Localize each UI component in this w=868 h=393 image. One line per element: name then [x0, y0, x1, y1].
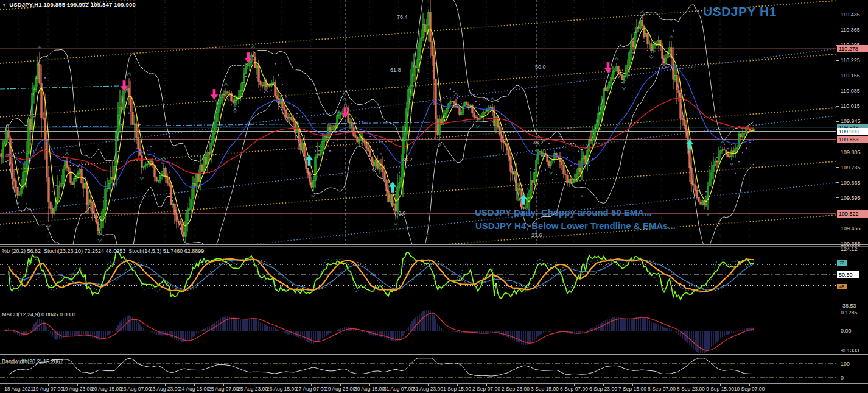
price-tick-label: 109.595: [841, 195, 861, 201]
price-tick-label: 110.225: [841, 57, 860, 63]
bandwidth-axis-label: 100: [841, 361, 850, 367]
buy-arrow-icon: [686, 139, 694, 150]
price-tick-label: 110.015: [841, 103, 860, 109]
time-label: 25 Aug 23:00: [237, 386, 268, 392]
macd-axis-label: 0.1285: [841, 310, 858, 316]
bandwidth-line: [9, 358, 754, 376]
bandwidth-panel: [0, 358, 836, 378]
symbol-dropdown-icon[interactable]: ▼: [2, 2, 7, 8]
macd-axis-label: 0.00: [841, 328, 852, 334]
price-tick-mark: [836, 182, 839, 183]
price-tick-mark: [836, 91, 839, 91]
macd-histogram: [5, 309, 754, 353]
svg-text:61.8: 61.8: [390, 67, 401, 73]
price-tick-label: 110.435: [841, 12, 860, 18]
chart-window: 76.461.850.038.238.20.023.6 ▼USDJPY,H1 1…: [0, 0, 868, 393]
macd-panel: [5, 309, 754, 353]
time-label: 10 Sep 07:00: [734, 386, 765, 392]
price-tick-mark: [836, 244, 839, 244]
panel-separator[interactable]: [0, 354, 868, 356]
time-label: 8 Sep 23:00: [677, 386, 705, 392]
price-tick-label: 109.665: [841, 180, 861, 186]
time-axis[interactable]: 18 Aug 202119 Aug 07:0019 Aug 23:0020 Au…: [0, 383, 868, 393]
panel-separator[interactable]: [0, 308, 868, 310]
price-tick-label: 110.085: [841, 88, 860, 94]
svg-text:50.0: 50.0: [535, 64, 546, 70]
time-label: 30 Aug 15:00: [354, 386, 385, 392]
svg-text:76.4: 76.4: [397, 14, 408, 20]
symbol-ohlc-label: USDJPY,H1 109.855 109.902 109.847 109.90…: [9, 1, 136, 8]
svg-text:23.6: 23.6: [531, 232, 542, 238]
svg-text:38.2: 38.2: [533, 140, 544, 146]
price-tick-mark: [836, 106, 839, 107]
time-label: 20 Aug 15:00: [91, 386, 122, 392]
time-label: 1 Sep 15:00: [443, 386, 471, 392]
time-label: 19 Aug 23:00: [62, 386, 93, 392]
time-label: 8 Sep 07:00: [648, 386, 676, 392]
price-tick-mark: [836, 167, 839, 168]
price-level-badge: 109.900: [837, 128, 868, 135]
macd-axis-label: -0.1333: [841, 347, 859, 353]
stoch-axis-label: 124.12: [841, 246, 858, 252]
time-label: 29 Aug 23:00: [325, 386, 355, 392]
time-label: 31 Aug 07:00: [383, 386, 414, 392]
price-level-badge: 109.863: [837, 136, 868, 143]
price-axis[interactable]: 110.435110.365110.295110.225110.155110.0…: [836, 0, 868, 383]
sell-arrow-icon: [211, 89, 219, 100]
annotation-daily: USDJPY Daily; Choppy around 50 EMA...: [475, 207, 652, 218]
time-label: 2 Sep 23:00: [502, 386, 530, 392]
macd-panel-header: MACD(12,24,9) 0.0045 0.0031: [2, 311, 77, 317]
bandwidth-axis-label: 0: [841, 375, 844, 381]
time-label: 9 Sep 15:00: [706, 386, 734, 392]
stoch-value-badge: 50.50: [837, 271, 859, 278]
price-tick-mark: [836, 76, 839, 76]
price-level-badge: 110.278: [837, 45, 868, 52]
price-tick-mark: [836, 121, 839, 122]
price-tick-mark: [836, 30, 839, 30]
price-tick-mark: [836, 152, 839, 152]
time-label: 31 Aug 23:00: [413, 386, 443, 392]
price-tick-mark: [836, 60, 839, 61]
panel-separator[interactable]: [0, 244, 868, 247]
stoch-mini-badge: 48: [837, 284, 847, 289]
stoch-panel: [0, 251, 836, 300]
bandwidth-panel-header: Bandwidth(20,2) 15.2867: [2, 358, 63, 364]
time-label: 23 Aug 23:00: [150, 386, 180, 392]
price-tick-label: 109.455: [841, 225, 861, 232]
price-tick-mark: [836, 15, 839, 15]
annotation-h4: USDJPY H4; Below Lower Trendline & EMAs.…: [475, 221, 676, 231]
time-label: 7 Sep 15:00: [618, 386, 646, 392]
svg-text:38.2: 38.2: [402, 157, 413, 163]
time-label: 27 Aug 07:00: [296, 386, 326, 392]
stoch-panel-header: %b (20,2) 56.82 Stoch(23,23,10) 72.2524 …: [2, 248, 204, 254]
time-label: 25 Aug 07:00: [208, 386, 239, 392]
price-tick-mark: [836, 228, 839, 228]
time-label: 18 Aug 2021: [4, 386, 33, 392]
time-label: 6 Sep 07:00: [560, 386, 588, 392]
svg-text:0.0: 0.0: [398, 210, 406, 216]
price-tick-label: 110.155: [841, 73, 860, 79]
time-label: 24 Aug 15:00: [179, 386, 209, 392]
time-label: 2 Sep 07:00: [472, 386, 500, 392]
stoch-axis-label: -38.53: [841, 303, 856, 309]
symbol-title: ▼USDJPY,H1 109.855 109.902 109.847 109.9…: [2, 1, 136, 8]
time-label: 19 Aug 07:00: [33, 386, 63, 392]
time-label: 6 Sep 23:00: [589, 386, 617, 392]
time-label: 23 Aug 07:00: [121, 386, 151, 392]
watermark-symbol-label: USDJPY H1: [703, 4, 777, 19]
price-tick-label: 110.365: [841, 27, 860, 33]
candles: [1, 0, 754, 243]
price-tick-mark: [836, 197, 839, 198]
time-label: 3 Sep 15:00: [531, 386, 559, 392]
price-tick-label: 109.735: [841, 165, 861, 171]
price-tick-label: 109.805: [841, 149, 861, 155]
chart-canvas[interactable]: 76.461.850.038.238.20.023.6: [0, 0, 836, 383]
yellow-channel-lines[interactable]: [0, 0, 836, 278]
price-level-badge: 109.522: [837, 210, 868, 218]
time-label: 26 Aug 15:00: [267, 386, 297, 392]
stoch-mini-badge: 72: [837, 260, 847, 266]
